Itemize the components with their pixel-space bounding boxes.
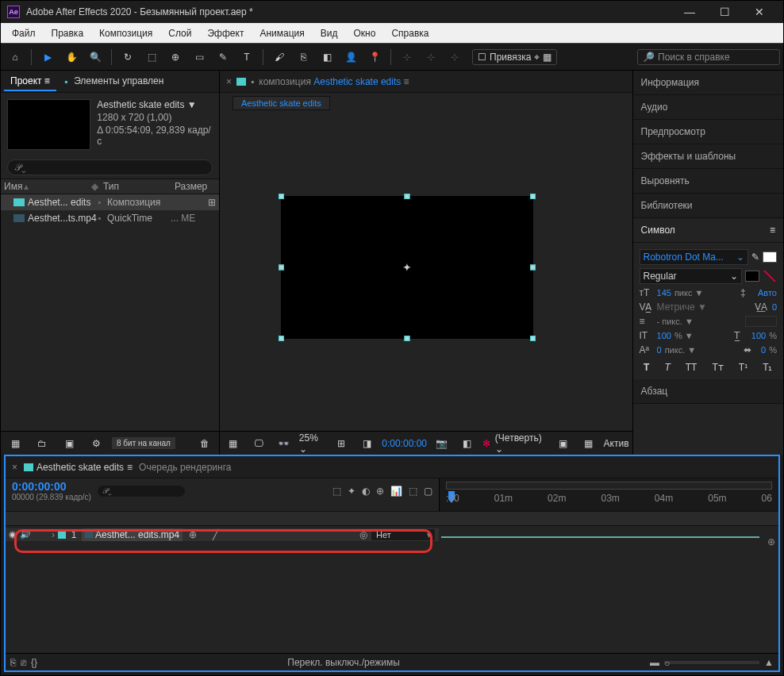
- menu-view[interactable]: Вид: [313, 25, 346, 42]
- timeline-tab-render[interactable]: Очередь рендеринга: [139, 462, 231, 473]
- layer-name[interactable]: Aesthet... edits.mp4: [82, 528, 183, 541]
- panel-info[interactable]: Информация: [633, 71, 783, 95]
- viewer-close-icon[interactable]: ×: [226, 76, 232, 87]
- layer-color-swatch[interactable]: [58, 531, 66, 539]
- clone-tool-icon[interactable]: ⎘: [292, 46, 314, 68]
- pickwhip-icon[interactable]: ◎: [359, 529, 367, 540]
- leading-value[interactable]: Авто: [758, 288, 777, 298]
- grid-icon[interactable]: ▦: [223, 432, 244, 455]
- trash-icon[interactable]: 🗑: [194, 432, 216, 455]
- canvas-area[interactable]: ✦: [220, 110, 632, 431]
- tl-fx-icon[interactable]: ✦: [348, 486, 355, 497]
- show-snapshot-icon[interactable]: ◧: [457, 432, 478, 455]
- project-item-composition[interactable]: Aesthet... edits ▪ Композиция ⊞: [1, 194, 219, 210]
- tracking-value[interactable]: 0: [772, 302, 777, 312]
- brush-tool-icon[interactable]: 🖌: [268, 46, 290, 68]
- panel-paragraph[interactable]: Абзац: [633, 379, 783, 404]
- timeline-layer-row[interactable]: ◉ 🔊 › 1 Aesthet... edits.mp4 ⊕ ╱ ◎ Нет: [6, 526, 778, 543]
- close-button[interactable]: ✕: [742, 1, 777, 23]
- timeline-zoom-slider[interactable]: ○: [664, 661, 759, 664]
- hscale-value[interactable]: 100: [751, 331, 766, 340]
- timeline-tab-comp[interactable]: Aesthetic skate edits ≡: [24, 462, 133, 473]
- kerning-dropdown[interactable]: Метриче ▼: [657, 302, 707, 313]
- active-camera[interactable]: Актив: [604, 438, 629, 449]
- fill-color-swatch[interactable]: [763, 252, 777, 263]
- puppet-tool-icon[interactable]: 📍: [363, 46, 386, 68]
- interpret-icon[interactable]: ▦: [4, 432, 26, 455]
- rect-tool-icon[interactable]: ▭: [188, 46, 210, 68]
- layer-clip-bar[interactable]: [441, 536, 759, 538]
- baseline-value[interactable]: 0: [657, 345, 662, 355]
- panel-effects[interactable]: Эффекты и шаблоны: [633, 144, 783, 169]
- viewer-timecode[interactable]: 0:00:00:00: [382, 438, 427, 449]
- timeline-timecode[interactable]: 0:00:00:00: [12, 480, 91, 493]
- menu-help[interactable]: Справка: [383, 25, 436, 42]
- hand-tool-icon[interactable]: ✋: [60, 46, 83, 68]
- bold-button[interactable]: T: [644, 362, 649, 373]
- expand-icon[interactable]: ›: [52, 529, 55, 540]
- italic-button[interactable]: T: [664, 362, 670, 373]
- new-comp-icon[interactable]: ▣: [58, 432, 80, 455]
- safe-zones-icon[interactable]: ⊞: [331, 432, 352, 455]
- project-search[interactable]: 𝒫⌄: [7, 159, 213, 175]
- tl-shy-icon[interactable]: ⬚: [332, 486, 341, 497]
- tl-draft3d-icon[interactable]: ⬚: [409, 486, 417, 497]
- anchor-point-icon[interactable]: ✦: [402, 261, 412, 274]
- snapping-toggle[interactable]: ☐ Привязка ⌖ ▦: [472, 49, 557, 65]
- channel-icon[interactable]: ◨: [356, 432, 377, 455]
- home-icon[interactable]: ⌂: [4, 46, 26, 68]
- vscale-value[interactable]: 100: [657, 331, 671, 340]
- text-tool-icon[interactable]: T: [236, 46, 258, 68]
- zoom-in-icon[interactable]: ▲: [764, 657, 774, 668]
- eraser-tool-icon[interactable]: ◧: [316, 46, 338, 68]
- zoom-dropdown[interactable]: 25% ⌄: [299, 432, 327, 455]
- maximize-button[interactable]: ☐: [707, 1, 742, 23]
- breadcrumb-comp-link[interactable]: Aesthetic skate edits: [313, 76, 401, 87]
- font-size-value[interactable]: 145: [657, 288, 671, 298]
- tl-toggle-switches-icon[interactable]: ⎘: [10, 657, 16, 668]
- zoom-tool-icon[interactable]: 🔍: [84, 46, 106, 68]
- comp-name[interactable]: Aesthetic skate edits ▼: [97, 99, 213, 110]
- menu-edit[interactable]: Правка: [44, 25, 92, 42]
- axis3-icon[interactable]: ⊹: [444, 46, 466, 68]
- subscript-button[interactable]: T₁: [763, 362, 772, 373]
- timeline-close-icon[interactable]: ×: [12, 462, 17, 473]
- 3d-view-icon[interactable]: 👓: [274, 432, 294, 455]
- transparency-icon[interactable]: ▦: [578, 432, 599, 455]
- stroke-width-value[interactable]: - пикс. ▼: [657, 317, 694, 326]
- project-settings-icon[interactable]: ⚙: [85, 432, 107, 455]
- project-item-footage[interactable]: Aesthet...ts.mp4 ▪ QuickTime ... ME: [1, 210, 219, 226]
- font-style-dropdown[interactable]: Regular⌄: [640, 268, 742, 284]
- bitdepth-button[interactable]: 8 бит на канал: [112, 437, 175, 449]
- smallcaps-button[interactable]: Tᴛ: [712, 362, 723, 373]
- roto-tool-icon[interactable]: 👤: [340, 46, 362, 68]
- snapshot-icon[interactable]: 📷: [432, 432, 452, 455]
- viewer-comp-tab[interactable]: Aesthetic skate edits: [233, 96, 330, 110]
- orbit-tool-icon[interactable]: ↻: [117, 46, 139, 68]
- font-family-dropdown[interactable]: Robotron Dot Ma...⌄: [640, 249, 748, 265]
- camera-tool-icon[interactable]: ⬚: [140, 46, 163, 68]
- menu-window[interactable]: Окно: [345, 25, 383, 42]
- pan-behind-tool-icon[interactable]: ⊕: [164, 46, 186, 68]
- tab-effect-controls[interactable]: Элементы управлен: [67, 72, 170, 91]
- panel-preview[interactable]: Предпросмотр: [633, 120, 783, 144]
- layer-fx-icon[interactable]: ╱: [213, 529, 218, 540]
- roi-icon[interactable]: ▣: [553, 432, 574, 455]
- parent-dropdown[interactable]: Нет: [371, 528, 436, 541]
- axis-icon[interactable]: ⊹: [396, 46, 418, 68]
- panel-audio[interactable]: Аудио: [633, 95, 783, 120]
- pen-tool-icon[interactable]: ✎: [212, 46, 234, 68]
- menu-composition[interactable]: Композиция: [91, 25, 160, 42]
- resolution-dropdown[interactable]: (Четверть) ⌄: [495, 432, 548, 455]
- panel-libraries[interactable]: Библиотеки: [633, 194, 783, 218]
- superscript-button[interactable]: T¹: [739, 362, 747, 373]
- tl-motion-blur-icon[interactable]: ⊕: [376, 486, 384, 497]
- stroke-color-swatch[interactable]: [745, 271, 759, 282]
- no-stroke-icon[interactable]: [763, 271, 777, 282]
- allcaps-button[interactable]: TT: [686, 362, 698, 373]
- audio-toggle-icon[interactable]: 🔊: [20, 529, 31, 540]
- panel-align[interactable]: Выровнять: [633, 169, 783, 194]
- visibility-toggle-icon[interactable]: ◉: [9, 529, 17, 540]
- timeline-ruler[interactable]: :0001m02m03m04m05m06: [439, 478, 778, 511]
- marker-track-icon[interactable]: ⊕: [767, 536, 775, 547]
